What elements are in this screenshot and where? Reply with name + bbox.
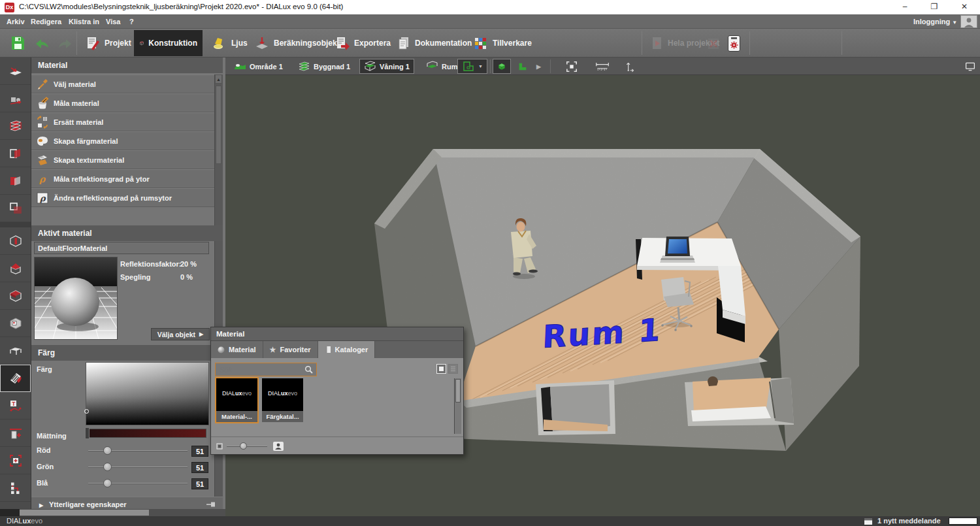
tool-interior-wall[interactable] [0, 167, 31, 195]
blue-value[interactable]: 51 [191, 478, 208, 489]
menu-visa[interactable]: Visa [106, 14, 120, 29]
menu-help[interactable]: ? [129, 14, 134, 29]
search-box[interactable] [215, 363, 317, 376]
view-more-arrow[interactable]: ▶ [532, 59, 543, 74]
measure-height-button[interactable] [621, 59, 638, 74]
dialog-scroll-thumb[interactable] [455, 379, 461, 403]
tool-roof[interactable] [0, 255, 31, 282]
tab-tillverkare[interactable]: Tillverkare [468, 30, 537, 56]
tool-ceiling[interactable] [0, 282, 31, 310]
view-floor-button[interactable] [514, 59, 532, 74]
saturation-handle[interactable] [85, 427, 90, 439]
floorplan-view-button[interactable]: ▼ [457, 59, 487, 74]
tool-exterior-wall[interactable] [0, 140, 31, 167]
tool-extrusion[interactable] [0, 419, 31, 447]
display-settings-button[interactable] [961, 59, 979, 74]
svg-text:ρ: ρ [39, 174, 46, 184]
dialog-scrollbar[interactable] [454, 378, 461, 434]
message-icon[interactable] [864, 518, 873, 525]
tool-focus-area[interactable] [0, 447, 31, 474]
catalog-tile-material[interactable]: DIALuxevo Material-... [216, 378, 257, 422]
saturation-slider[interactable] [86, 429, 206, 438]
green-slider-handle[interactable] [103, 463, 112, 471]
list-view-icon [449, 365, 457, 373]
save-button[interactable] [10, 35, 25, 51]
thumbnail-size-handle[interactable] [240, 442, 247, 450]
list-view-toggle[interactable] [448, 364, 458, 374]
red-value[interactable]: 51 [191, 446, 208, 457]
material-catalog-dialog[interactable]: Material Material ★ Favoriter Kataloger [210, 327, 464, 455]
dialog-title[interactable]: Material [211, 327, 463, 341]
breadcrumb-vaning[interactable]: Våning 1 [359, 59, 414, 74]
tool-mala-material[interactable]: Måla material [31, 93, 214, 112]
tab-exportera[interactable]: Exportera [331, 30, 396, 56]
undo-button[interactable] [34, 38, 51, 50]
tool-furniture[interactable] [0, 337, 31, 365]
user-avatar[interactable] [960, 15, 977, 28]
tool-andra-reflektionsgrad[interactable]: ρ Ändra reflektionsgrad på rumsytor [31, 188, 214, 207]
select-object-button[interactable]: Välja objekt ▶ [151, 328, 210, 340]
tab-projekt[interactable]: Projekt [81, 30, 137, 56]
panel-scrollbar[interactable]: ▲ [214, 74, 223, 327]
status-message[interactable]: 1 nytt meddelande [877, 517, 941, 525]
zoom-fit-button[interactable] [562, 59, 581, 74]
horizontal-scroll-thumb[interactable] [20, 510, 149, 516]
title-bar: Dx C:\CVS\LW2\modules\Belysningsteknik_l… [0, 0, 980, 14]
cancel-calculation-button[interactable] [708, 38, 719, 50]
minimize-button[interactable]: – [894, 0, 916, 14]
tool-mala-reflektionsgrad[interactable]: ρ Måla reflektionsgrad på ytor [31, 169, 214, 188]
color-cursor[interactable] [84, 409, 89, 414]
calculation-surface-icon [255, 36, 269, 50]
tool-skapa-texturmaterial[interactable]: Skapa texturmaterial [31, 150, 214, 169]
tab-kataloger[interactable]: Kataloger [318, 341, 376, 358]
catalog-tile-farg[interactable]: DIALuxevo Färgkatal... [262, 378, 303, 422]
tool-valj-material[interactable]: Välj material [31, 74, 214, 93]
tab-konstruktion[interactable]: Konstruktion [134, 30, 203, 56]
tool-ersatt-material[interactable]: Ersätt material [31, 112, 214, 131]
measure-width-button[interactable] [591, 59, 613, 74]
svg-text:ρ: ρ [40, 193, 46, 203]
search-input[interactable] [216, 366, 304, 374]
panel-scrollbar-lower[interactable] [214, 455, 223, 497]
tab-material[interactable]: Material [211, 341, 263, 358]
catalog-tile-label: Material-... [216, 411, 257, 422]
breadcrumb-byggnad[interactable]: Byggnad 1 [294, 59, 354, 74]
tool-import-plot[interactable] [0, 58, 31, 85]
tab-favoriter[interactable]: ★ Favoriter [263, 341, 318, 358]
tool-arrange-objects[interactable] [0, 85, 31, 112]
green-value[interactable]: 51 [191, 462, 208, 473]
blue-slider-handle[interactable] [103, 479, 112, 487]
login-menu[interactable]: Inloggning ▼ [913, 14, 957, 29]
color-gradient-picker[interactable] [86, 362, 209, 425]
tool-labels[interactable]: T [0, 392, 31, 419]
panel-horizontal-scrollbar[interactable] [0, 509, 225, 516]
door-opening [536, 380, 615, 435]
view-3d-button[interactable] [493, 59, 511, 74]
paint-bucket-icon [31, 97, 54, 110]
tab-dokumentation[interactable]: Dokumentation [393, 30, 477, 56]
scroll-up-arrow[interactable]: ▲ [215, 74, 222, 84]
redo-button[interactable] [56, 38, 73, 50]
restore-button[interactable]: ❐ [923, 0, 945, 14]
tool-skapa-fargmaterial[interactable]: Skapa färgmaterial [31, 131, 214, 150]
breadcrumb-omrade[interactable]: Område 1 [230, 59, 287, 74]
thumbnail-size-slider[interactable] [227, 446, 267, 447]
scroll-thumb[interactable] [216, 86, 221, 164]
tool-column[interactable] [0, 227, 31, 255]
card-view-toggle[interactable] [436, 364, 446, 374]
tool-storeys[interactable] [0, 112, 31, 140]
tab-ljus[interactable]: Ljus [206, 30, 253, 56]
red-slider-handle[interactable] [103, 446, 112, 455]
pin-icon[interactable] [206, 501, 216, 508]
menu-arkiv[interactable]: Arkiv [7, 14, 25, 29]
tool-opening[interactable] [0, 310, 31, 337]
tool-structure[interactable] [0, 474, 31, 502]
tab-label: Dokumentation [415, 39, 472, 48]
menu-redigera[interactable]: Redigera [31, 14, 61, 29]
material-name-field[interactable] [34, 242, 209, 254]
menu-klistra-in[interactable]: Klistra in [69, 14, 99, 29]
close-button[interactable]: ✕ [953, 0, 975, 14]
calculation-settings-button[interactable] [728, 35, 740, 52]
tool-materials[interactable] [0, 365, 31, 392]
tool-room[interactable] [0, 195, 31, 222]
